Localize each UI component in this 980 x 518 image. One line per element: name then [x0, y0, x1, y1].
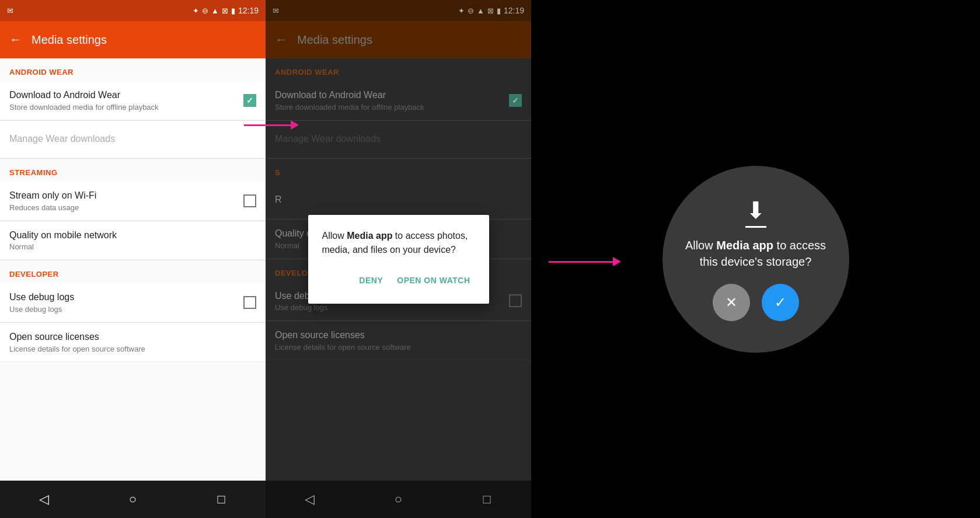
setting-subtitle-quality-1: Normal [9, 242, 256, 251]
permission-dialog: Allow Media app to access photos, media,… [308, 215, 489, 304]
bluetooth-icon: ✦ [193, 6, 199, 15]
section-header-android-wear-1: ANDROID WEAR [0, 58, 266, 81]
setting-item-text-download-wear-1: Download to Android Wear Store downloade… [9, 89, 243, 112]
setting-item-quality-1[interactable]: Quality on mobile network Normal [0, 221, 266, 260]
section-header-streaming-1: STREAMING [0, 159, 266, 182]
settings-content-1: ANDROID WEAR Download to Android Wear St… [0, 58, 266, 481]
setting-item-text-quality-1: Quality on mobile network Normal [9, 230, 256, 252]
setting-item-debug-1[interactable]: Use debug logs Use debug logs [0, 283, 266, 322]
setting-subtitle-stream-wifi-1: Reduces data usage [9, 203, 243, 212]
app-bar-1: ← Media settings [0, 21, 266, 58]
mail-icon: ✉ [7, 6, 13, 15]
checkbox-download-wear-1[interactable] [243, 94, 256, 107]
back-button-1[interactable]: ← [9, 32, 22, 47]
nav-recent-1[interactable]: □ [210, 488, 233, 511]
battery-icon: ▮ [231, 6, 235, 15]
watch-deny-button[interactable]: ✕ [713, 284, 750, 321]
dialog-confirm-button[interactable]: OPEN ON WATCH [392, 271, 475, 290]
setting-subtitle-debug-1: Use debug logs [9, 305, 243, 314]
dialog-deny-button[interactable]: DENY [354, 271, 388, 290]
nav-back-1[interactable]: ◁ [33, 488, 56, 511]
dialog-text: Allow Media app to access photos, media,… [322, 229, 475, 257]
phone-screen-1: ✉ ✦ ⊖ ▲ ⊠ ▮ 12:19 ← Media settings ANDRO… [0, 0, 266, 518]
dialog-overlay: Allow Media app to access photos, media,… [266, 0, 531, 518]
checkbox-debug-1[interactable] [243, 296, 256, 309]
app-bar-title-1: Media settings [32, 33, 107, 47]
setting-subtitle-licenses-1: License details for open source software [9, 345, 256, 353]
dialog-app-name: Media app [347, 231, 392, 241]
watch-buttons: ✕ ✓ [713, 284, 799, 321]
watch-download-line [745, 226, 766, 228]
setting-item-text-stream-wifi-1: Stream only on Wi-Fi Reduces data usage [9, 190, 243, 212]
setting-title-debug-1: Use debug logs [9, 291, 243, 304]
setting-item-text-licenses-1: Open source licenses License details for… [9, 331, 256, 353]
status-bar-right-1: ✦ ⊖ ▲ ⊠ ▮ 12:19 [193, 6, 259, 15]
setting-item-licenses-1[interactable]: Open source licenses License details for… [0, 323, 266, 362]
watch-container: ⬇ Allow Media app to access this device'… [531, 0, 980, 518]
setting-subtitle-download-wear-1: Store downloaded media for offline playb… [9, 103, 243, 112]
setting-title-stream-wifi-1: Stream only on Wi-Fi [9, 190, 243, 202]
setting-title-download-wear-1: Download to Android Wear [9, 89, 243, 102]
status-bar-1: ✉ ✦ ⊖ ▲ ⊠ ▮ 12:19 [0, 0, 266, 21]
status-time-1: 12:19 [238, 6, 259, 15]
signal-icon: ▲ [211, 6, 219, 15]
setting-item-manage-wear-1[interactable]: Manage Wear downloads [0, 121, 266, 158]
watch-app-name: Media app [716, 239, 773, 252]
nav-bar-1: ◁ ○ □ [0, 481, 266, 518]
setting-title-quality-1: Quality on mobile network [9, 230, 256, 242]
nav-home-1[interactable]: ○ [121, 488, 144, 511]
watch-permission-text: Allow Media app to access this device's … [662, 237, 849, 270]
watch-download-icon: ⬇ [746, 197, 766, 224]
setting-title-manage-wear-1: Manage Wear downloads [9, 133, 256, 145]
setting-item-download-wear-1[interactable]: Download to Android Wear Store downloade… [0, 81, 266, 120]
watch-confirm-button[interactable]: ✓ [762, 284, 799, 321]
setting-title-licenses-1: Open source licenses [9, 331, 256, 343]
dialog-buttons: DENY OPEN ON WATCH [322, 271, 475, 290]
wifi-icon: ⊠ [222, 6, 228, 15]
section-header-developer-1: DEVELOPER [0, 260, 266, 283]
setting-item-text-manage-wear-1: Manage Wear downloads [9, 133, 256, 145]
phone-screen-2-wrapper: ✉ ✦ ⊖ ▲ ⊠ ▮ 12:19 ← Media settings ANDRO… [266, 0, 531, 518]
checkbox-stream-wifi-1[interactable] [243, 194, 256, 207]
status-bar-left-1: ✉ [7, 6, 13, 15]
setting-item-text-debug-1: Use debug logs Use debug logs [9, 291, 243, 314]
setting-item-stream-wifi-1[interactable]: Stream only on Wi-Fi Reduces data usage [0, 182, 266, 221]
no-disturb-icon: ⊖ [202, 6, 208, 15]
watch-screen: ⬇ Allow Media app to access this device'… [662, 166, 849, 353]
